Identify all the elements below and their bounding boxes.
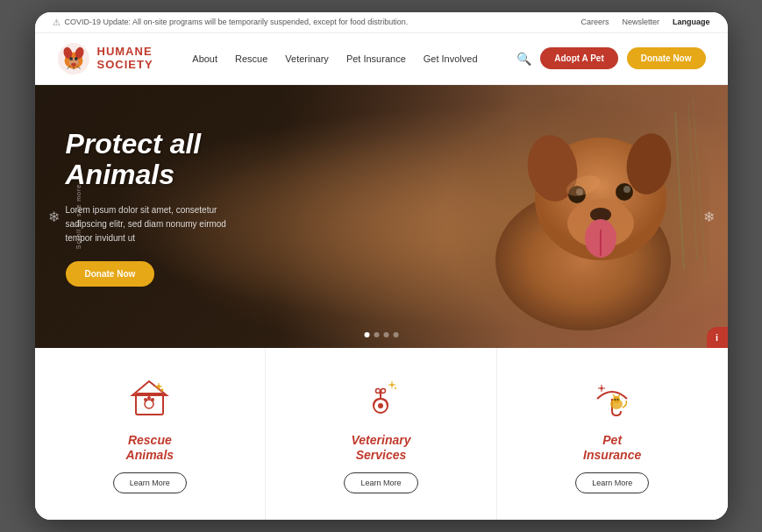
covid-icon: ⚠ xyxy=(53,18,61,27)
services-section: Rescue Animals Learn More xyxy=(35,348,728,521)
search-icon[interactable]: 🔍 xyxy=(516,52,531,66)
rescue-learn-more-button[interactable]: Learn More xyxy=(113,472,187,493)
insurance-learn-more-button[interactable]: Learn More xyxy=(575,472,649,493)
dot-3[interactable] xyxy=(383,332,388,337)
nav-get-involved[interactable]: Get Involved xyxy=(424,53,478,64)
language-link[interactable]: Language xyxy=(673,18,710,26)
nav-right: 🔍 Adopt A Pet Donate Now xyxy=(516,47,705,69)
svg-point-7 xyxy=(71,62,76,66)
hero-dots xyxy=(364,332,398,337)
hero-section: Scroll to see more ❄ ❄ Protect all Anima… xyxy=(35,85,728,348)
announcement-bar: ⚠ COVID-19 Update: All on-site programs … xyxy=(35,12,728,33)
svg-point-41 xyxy=(381,388,386,393)
nav-links: About Rescue Veterinary Pet Insurance Ge… xyxy=(192,53,477,64)
nav-about[interactable]: About xyxy=(192,53,217,64)
navbar: HUMANE SOCIETY About Rescue Veterinary P… xyxy=(35,33,728,85)
hero-title: Protect all Animals xyxy=(66,129,697,190)
adopt-button[interactable]: Adopt A Pet xyxy=(540,47,617,69)
nav-rescue[interactable]: Rescue xyxy=(235,53,267,64)
veterinary-title: Veterinary Services xyxy=(352,433,411,463)
insurance-card: Pet Insurance Learn More xyxy=(497,348,728,521)
svg-point-37 xyxy=(161,388,164,391)
hero-donate-button[interactable]: Donate Now xyxy=(66,261,155,287)
logo: HUMANE SOCIETY xyxy=(57,42,153,75)
insurance-title: Pet Insurance xyxy=(583,433,641,463)
announcement-text: COVID-19 Update: All on-site programs wi… xyxy=(65,18,409,26)
newsletter-link[interactable]: Newsletter xyxy=(622,18,659,26)
svg-point-45 xyxy=(395,387,396,389)
donate-button[interactable]: Donate Now xyxy=(627,47,706,69)
announcement-left: ⚠ COVID-19 Update: All on-site programs … xyxy=(53,18,409,27)
svg-point-53 xyxy=(616,399,618,401)
logo-icon xyxy=(57,42,90,75)
dot-4[interactable] xyxy=(393,332,398,337)
svg-point-40 xyxy=(376,388,381,393)
veterinary-learn-more-button[interactable]: Learn More xyxy=(344,472,417,493)
hero-content: Protect all Animals Lorem ipsum dolor si… xyxy=(35,85,728,330)
svg-point-33 xyxy=(151,398,154,401)
logo-text: HUMANE SOCIETY xyxy=(97,46,153,71)
rescue-card: Rescue Animals Learn More xyxy=(35,348,267,521)
svg-point-46 xyxy=(378,403,383,408)
nav-pet-insurance[interactable]: Pet Insurance xyxy=(346,53,406,64)
rescue-title: Rescue Animals xyxy=(126,433,174,463)
careers-link[interactable]: Careers xyxy=(580,18,609,26)
insurance-icon xyxy=(588,374,637,422)
svg-point-6 xyxy=(74,57,77,60)
svg-point-49 xyxy=(613,396,620,403)
rescue-icon xyxy=(125,374,174,422)
veterinary-card: Veterinary Services Learn More xyxy=(266,348,497,521)
nav-veterinary[interactable]: Veterinary xyxy=(285,53,329,64)
svg-point-52 xyxy=(614,399,616,401)
svg-point-5 xyxy=(69,57,73,60)
browser-frame: ⚠ COVID-19 Update: All on-site programs … xyxy=(35,12,728,521)
svg-point-32 xyxy=(147,396,151,400)
veterinary-icon xyxy=(357,374,405,422)
announcement-links: Careers Newsletter Language xyxy=(580,18,709,26)
svg-point-31 xyxy=(144,398,147,401)
dot-2[interactable] xyxy=(374,332,379,337)
dot-1[interactable] xyxy=(364,332,369,337)
hero-subtitle: Lorem ipsum dolor sit amet, consetetur s… xyxy=(66,203,241,245)
